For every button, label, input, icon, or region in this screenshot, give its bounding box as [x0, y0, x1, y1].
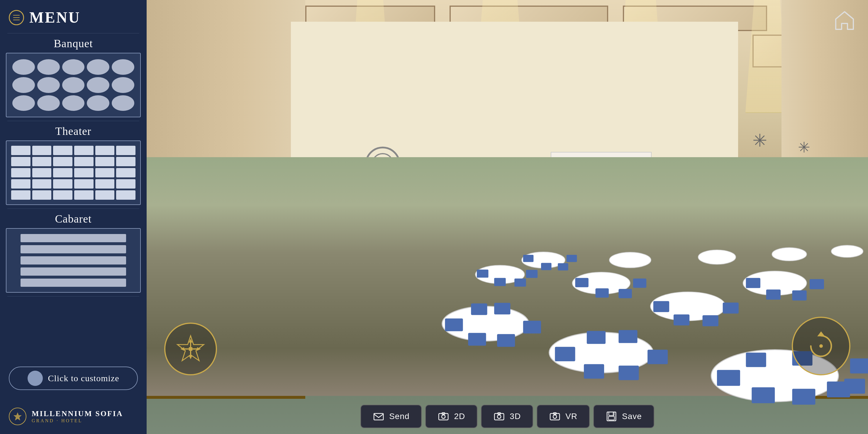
view-2d-label: 2D	[454, 412, 465, 421]
t-seat-17	[95, 168, 115, 178]
menu-title: MENU	[29, 9, 81, 26]
chair-30	[633, 279, 646, 288]
home-button[interactable]	[833, 9, 856, 32]
banquet-table-11	[12, 95, 35, 111]
banquet-label: Banquet	[54, 37, 93, 50]
banquet-table-9	[87, 77, 110, 93]
t-seat-12	[116, 157, 135, 166]
t-seat-9	[53, 157, 72, 166]
hotel-subtitle: GRAND · HOTEL	[32, 418, 123, 424]
t-seat-5	[95, 146, 115, 155]
vr-button[interactable]: VR	[537, 405, 590, 428]
chair-15	[497, 334, 515, 347]
cabaret-label: Cabaret	[55, 212, 92, 225]
chair-19	[653, 301, 669, 312]
svg-rect-11	[189, 347, 192, 351]
t-seat-8	[32, 157, 52, 166]
logo-emblem	[9, 408, 26, 425]
chair-7	[555, 347, 575, 361]
t-seat-16	[74, 168, 94, 178]
cabaret-row-4	[21, 268, 126, 276]
t-seat-23	[95, 179, 115, 189]
chair-d2	[494, 278, 505, 286]
chair-10	[648, 350, 668, 364]
send-button[interactable]: Send	[361, 405, 422, 428]
chair-17	[471, 304, 487, 315]
vr-label: VR	[565, 412, 578, 421]
divider-4	[7, 296, 139, 297]
table-distant-3	[609, 252, 651, 268]
t-seat-25	[11, 190, 31, 200]
layout-card-banquet[interactable]: Banquet	[6, 37, 141, 117]
t-seat-20	[32, 179, 52, 189]
t-seat-22	[74, 179, 94, 189]
t-seat-19	[11, 179, 31, 189]
banquet-table-2	[37, 59, 60, 75]
bottom-toolbar: Send 2D	[361, 405, 654, 428]
chair-d4	[526, 270, 537, 278]
chair-d8	[566, 255, 577, 262]
t-seat-30	[116, 190, 135, 200]
nav-cross-icon	[176, 334, 205, 364]
cabaret-row-5	[21, 279, 126, 287]
save-icon-svg	[606, 411, 617, 422]
view-3d-button[interactable]: 3D	[481, 405, 533, 428]
navigation-control-left[interactable]	[164, 322, 217, 375]
layout-card-theater[interactable]: Theater	[6, 125, 141, 205]
t-seat-7	[11, 157, 31, 166]
cabaret-diagram	[6, 228, 141, 293]
t-seat-29	[95, 190, 115, 200]
svg-rect-25	[609, 416, 614, 420]
banquet-grid	[6, 53, 140, 117]
t-seat-14	[32, 168, 52, 178]
layout-card-cabaret[interactable]: Cabaret	[6, 212, 141, 293]
chair-20	[674, 314, 689, 325]
t-seat-26	[32, 190, 52, 200]
camera-2d-svg	[438, 411, 449, 422]
chair-14	[468, 333, 486, 345]
table-distant-5	[772, 248, 806, 261]
chair-d3	[514, 279, 526, 287]
chair-28	[595, 288, 609, 298]
t-seat-11	[95, 157, 115, 166]
t-seat-27	[53, 190, 72, 200]
svg-marker-12	[817, 331, 825, 336]
chair-12	[618, 330, 637, 343]
banquet-table-7	[37, 77, 60, 93]
banquet-table-8	[62, 77, 85, 93]
banquet-table-12	[37, 95, 60, 111]
chair-18	[494, 303, 510, 314]
svg-marker-8	[189, 355, 192, 359]
banquet-table-5	[112, 59, 134, 75]
banquet-table-14	[87, 95, 110, 111]
cabaret-rows	[6, 229, 140, 292]
save-button[interactable]: Save	[593, 405, 654, 428]
t-seat-15	[53, 168, 72, 178]
t-seat-13	[11, 168, 31, 178]
table-distant-4	[698, 250, 736, 264]
theater-label: Theater	[55, 125, 91, 137]
navigation-control-right[interactable]	[792, 317, 850, 375]
t-seat-21	[53, 179, 72, 189]
cabaret-row-1	[21, 234, 126, 242]
chair-8	[584, 364, 604, 379]
t-seat-18	[116, 168, 135, 178]
menu-icon[interactable]	[9, 10, 24, 25]
svg-point-18	[497, 415, 501, 418]
customize-button[interactable]: Click to customize	[9, 367, 138, 390]
svg-point-15	[442, 415, 445, 418]
chair-13	[445, 318, 463, 331]
sidebar: MENU Banquet	[0, 0, 147, 434]
chair-r1	[850, 358, 868, 373]
chair-2	[752, 388, 775, 403]
chair-d6	[541, 263, 552, 270]
tables-svg	[277, 144, 868, 405]
t-seat-3	[53, 146, 72, 155]
chair-d5	[523, 255, 534, 262]
camera-3d-icon	[493, 410, 505, 422]
chair-25	[792, 290, 806, 301]
chair-9	[618, 366, 639, 380]
banquet-table-15	[112, 95, 134, 111]
view-2d-button[interactable]: 2D	[426, 405, 478, 428]
save-label: Save	[622, 412, 642, 421]
